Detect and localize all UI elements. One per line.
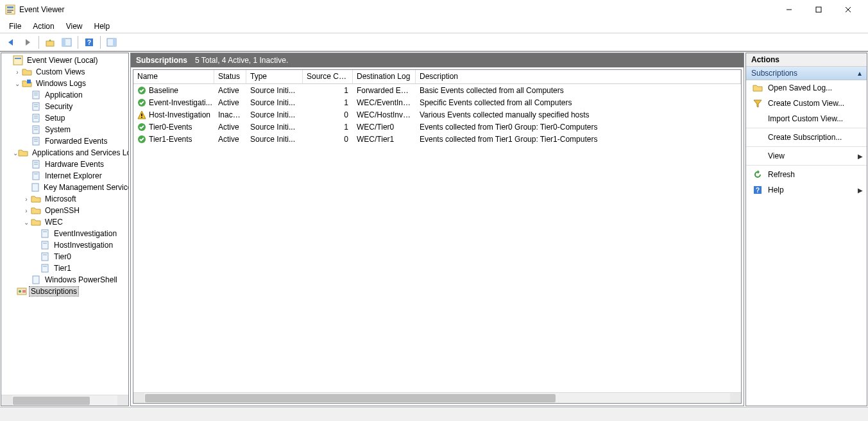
tree-wec[interactable]: ⌄ WEC	[1, 216, 128, 228]
tree-log-item[interactable]: Tier1	[1, 262, 128, 274]
submenu-arrow-icon: ▶	[858, 153, 863, 160]
tree-subscriptions[interactable]: Subscriptions	[1, 286, 128, 297]
svg-rect-54	[141, 117, 142, 118]
list-header: Name Status Type Source Co... Destinatio…	[133, 70, 741, 84]
center-title: Subscriptions	[136, 56, 187, 65]
col-source[interactable]: Source Co...	[303, 70, 353, 83]
list-row[interactable]: BaselineActiveSource Initi...1Forwarded …	[133, 84, 741, 96]
log-icon	[31, 275, 41, 285]
tree-hardware-events[interactable]: Hardware Events	[1, 159, 128, 170]
actions-pane-title: Actions	[746, 53, 867, 67]
tree-horizontal-scrollbar[interactable]	[1, 395, 128, 406]
folder-icon	[31, 194, 41, 204]
svg-rect-16	[15, 58, 21, 59]
subscriptions-icon	[17, 286, 27, 296]
windows-logs-icon	[22, 78, 32, 89]
menu-file[interactable]: File	[4, 21, 26, 32]
tree-kms[interactable]: Key Management Service	[1, 182, 128, 193]
log-icon	[31, 125, 41, 135]
svg-rect-10	[62, 39, 65, 46]
menu-action[interactable]: Action	[28, 21, 59, 32]
forward-button[interactable]	[21, 35, 35, 49]
log-icon	[31, 113, 41, 123]
log-icon	[40, 228, 50, 239]
log-icon	[31, 159, 41, 169]
tree-apps-services[interactable]: ⌄ Applications and Services Logs	[1, 147, 128, 159]
tree-internet-explorer[interactable]: Internet Explorer	[1, 170, 128, 182]
col-type[interactable]: Type	[246, 70, 303, 83]
blank-icon	[753, 151, 763, 161]
tree-windows-logs[interactable]: ⌄ Windows Logs	[1, 78, 128, 89]
tree-custom-views[interactable]: › Custom Views	[1, 66, 128, 78]
svg-point-49	[19, 290, 21, 293]
list-row[interactable]: Host-InvestigationInactiveSource Initi..…	[133, 108, 741, 121]
center-summary: 5 Total, 4 Active, 1 Inactive.	[195, 56, 288, 65]
svg-rect-53	[141, 114, 142, 116]
tree-log-item[interactable]: System	[1, 124, 128, 135]
tree-log-item[interactable]: EventInvestigation	[1, 228, 128, 239]
log-icon	[31, 136, 41, 146]
log-icon	[40, 240, 50, 250]
svg-rect-1	[7, 6, 13, 8]
tree-microsoft[interactable]: › Microsoft	[1, 193, 128, 205]
submenu-arrow-icon: ▶	[858, 187, 863, 194]
close-button[interactable]	[833, 0, 863, 19]
show-hide-tree-button[interactable]	[60, 35, 74, 49]
folder-icon	[18, 148, 28, 158]
event-viewer-icon	[13, 55, 23, 65]
back-button[interactable]	[4, 35, 18, 49]
show-hide-action-pane-button[interactable]	[105, 35, 119, 49]
log-icon	[31, 182, 40, 193]
app-icon	[5, 4, 15, 15]
svg-rect-8	[46, 41, 54, 46]
action-help[interactable]: ? Help ▶	[746, 182, 867, 198]
center-pane: Subscriptions 5 Total, 4 Active, 1 Inact…	[130, 53, 744, 406]
tree-log-item[interactable]: HostInvestigation	[1, 239, 128, 251]
folder-icon	[31, 205, 41, 216]
maximize-button[interactable]	[804, 0, 833, 19]
window-title: Event Viewer	[19, 5, 64, 14]
tree-log-item[interactable]: Application	[1, 89, 128, 101]
action-create-custom-view[interactable]: Create Custom View...	[746, 96, 867, 111]
tree-log-item[interactable]: Tier0	[1, 251, 128, 262]
toolbar: ?	[0, 33, 868, 51]
log-icon	[31, 90, 41, 100]
svg-rect-50	[22, 290, 26, 293]
menu-help[interactable]: Help	[89, 21, 115, 32]
col-dest[interactable]: Destination Log	[353, 70, 416, 83]
list-row[interactable]: Tier1-EventsActiveSource Initi...0WEC/Ti…	[133, 133, 741, 145]
tree-openssh[interactable]: › OpenSSH	[1, 205, 128, 216]
tree-powershell[interactable]: Windows PowerShell	[1, 274, 128, 286]
actions-pane: Actions Subscriptions ▴ Open Saved Log..…	[745, 53, 867, 406]
menu-view[interactable]: View	[61, 21, 88, 32]
action-open-saved-log[interactable]: Open Saved Log...	[746, 80, 867, 96]
status-ok-icon	[137, 135, 146, 144]
col-name[interactable]: Name	[133, 70, 214, 83]
actions-section-header[interactable]: Subscriptions ▴	[746, 67, 867, 80]
list-row[interactable]: Event-Investigati...ActiveSource Initi..…	[133, 96, 741, 108]
action-import-custom-view[interactable]: Import Custom View...	[746, 111, 867, 126]
action-create-subscription[interactable]: Create Subscription...	[746, 130, 867, 145]
log-icon	[40, 263, 50, 273]
menu-bar: File Action View Help	[0, 19, 868, 33]
col-status[interactable]: Status	[214, 70, 246, 83]
folder-icon	[22, 67, 32, 77]
tree-root[interactable]: Event Viewer (Local)	[1, 55, 128, 66]
tree-log-item[interactable]: Security	[1, 101, 128, 112]
up-button[interactable]	[43, 35, 57, 49]
list-row[interactable]: Tier0-EventsActiveSource Initi...1WEC/Ti…	[133, 121, 741, 133]
collapse-icon: ▴	[858, 69, 862, 78]
action-refresh[interactable]: Refresh	[746, 167, 867, 182]
list-horizontal-scrollbar[interactable]	[133, 392, 741, 403]
tree-log-item[interactable]: Setup	[1, 112, 128, 124]
svg-rect-41	[42, 241, 48, 249]
tree-log-item[interactable]: Forwarded Events	[1, 135, 128, 147]
minimize-button[interactable]	[774, 0, 804, 19]
blank-icon	[753, 114, 763, 124]
center-header: Subscriptions 5 Total, 4 Active, 1 Inact…	[131, 53, 744, 67]
col-desc[interactable]: Description	[416, 70, 741, 83]
help-icon: ?	[753, 185, 763, 195]
action-view[interactable]: View ▶	[746, 148, 867, 164]
status-bar	[0, 407, 868, 421]
help-button[interactable]: ?	[82, 35, 96, 49]
